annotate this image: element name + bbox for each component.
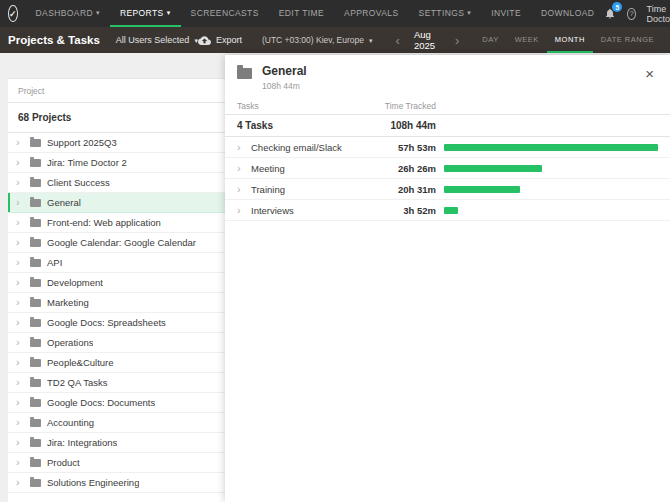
- drawer-header: General 108h 44m ×: [225, 55, 670, 97]
- notifications-button[interactable]: 5: [604, 7, 616, 20]
- nav-item-label: EDIT TIME: [279, 8, 324, 18]
- folder-icon: [30, 239, 41, 247]
- date-label: Aug 2025: [407, 29, 448, 51]
- nav-item[interactable]: DOWNLOAD: [531, 0, 604, 27]
- chevron-down-icon: ▾: [369, 37, 373, 44]
- project-row[interactable]: › API: [8, 253, 229, 273]
- expand-chevron-icon[interactable]: ›: [237, 205, 245, 216]
- nav-item-label: DASHBOARD: [36, 8, 93, 18]
- next-month-button[interactable]: ›: [448, 33, 466, 48]
- view-toggle[interactable]: MONTH: [547, 27, 593, 53]
- nav-item[interactable]: DASHBOARD ▾: [26, 0, 110, 27]
- task-bar: [444, 144, 658, 151]
- expand-chevron-icon[interactable]: ›: [16, 477, 24, 488]
- time-doctor-logo-icon[interactable]: ✓: [8, 5, 18, 22]
- project-row[interactable]: › TD2 QA Tasks: [8, 373, 229, 393]
- project-row[interactable]: › Development: [8, 273, 229, 293]
- folder-icon: [30, 459, 41, 467]
- project-label: General: [47, 197, 81, 208]
- task-row[interactable]: › Checking email/Slack 57h 53m: [225, 137, 670, 158]
- project-row[interactable]: › Front-end: Web application: [8, 213, 229, 233]
- nav-item-label: INVITE: [491, 8, 521, 18]
- nav-item[interactable]: APPROVALS: [334, 0, 408, 27]
- expand-chevron-icon[interactable]: ›: [237, 184, 245, 195]
- chevron-down-icon: ▾: [467, 9, 471, 16]
- folder-icon: [30, 139, 41, 147]
- expand-chevron-icon[interactable]: ›: [16, 197, 24, 208]
- projects-count-row: 68 Projects: [8, 103, 229, 133]
- prev-month-button[interactable]: ‹: [389, 33, 407, 48]
- nav-item[interactable]: REPORTS ▾: [110, 0, 181, 27]
- view-toggle[interactable]: DAY: [474, 27, 506, 53]
- view-toggle[interactable]: WEEK: [507, 27, 547, 53]
- project-row[interactable]: › Operations: [8, 333, 229, 353]
- task-row[interactable]: › Training 20h 31m: [225, 179, 670, 200]
- project-row[interactable]: › Product: [8, 453, 229, 473]
- expand-chevron-icon[interactable]: ›: [16, 357, 24, 368]
- project-row[interactable]: › General: [8, 193, 229, 213]
- company-name: Time Doctor: [647, 4, 670, 24]
- nav-item[interactable]: SETTINGS ▾: [409, 0, 482, 27]
- view-toggle[interactable]: DATE RANGE: [593, 27, 662, 53]
- project-row[interactable]: › People&Culture: [8, 353, 229, 373]
- project-label: Jira: Integrations: [47, 437, 117, 448]
- project-row[interactable]: › Support 2025Q3: [8, 133, 229, 153]
- project-row[interactable]: › Client Success: [8, 173, 229, 193]
- project-row[interactable]: › Google Docs: Documents: [8, 393, 229, 413]
- task-row[interactable]: › Interviews 3h 52m: [225, 200, 670, 221]
- folder-icon: [30, 259, 41, 267]
- project-row[interactable]: › Google Docs: Spreadsheets: [8, 313, 229, 333]
- expand-chevron-icon[interactable]: ›: [16, 217, 24, 228]
- expand-chevron-icon[interactable]: ›: [16, 237, 24, 248]
- expand-chevron-icon[interactable]: ›: [16, 277, 24, 288]
- timezone-dropdown[interactable]: (UTC +03:00) Kiev, Europe ▾: [262, 27, 373, 53]
- project-label: People&Culture: [47, 357, 114, 368]
- nav-item[interactable]: INVITE: [481, 0, 531, 27]
- view-toggle-group: DAYWEEKMONTHDATE RANGE: [474, 27, 662, 53]
- tasks-column-label: Tasks: [237, 101, 372, 111]
- project-row[interactable]: › Marketing: [8, 293, 229, 313]
- nav-item[interactable]: EDIT TIME: [269, 0, 334, 27]
- project-row[interactable]: › Accounting: [8, 413, 229, 433]
- project-row[interactable]: › Jira: Time Doctor 2: [8, 153, 229, 173]
- nav-item[interactable]: SCREENCASTS: [181, 0, 269, 27]
- expand-chevron-icon[interactable]: ›: [16, 337, 24, 348]
- close-icon[interactable]: ×: [641, 64, 658, 83]
- drawer-total-time: 108h 44m: [262, 81, 307, 91]
- users-filter-dropdown[interactable]: All Users Selected ▾: [116, 27, 198, 53]
- folder-icon: [30, 419, 41, 427]
- expand-chevron-icon[interactable]: ›: [16, 457, 24, 468]
- expand-chevron-icon[interactable]: ›: [16, 297, 24, 308]
- projects-count-label: 68 Projects: [18, 112, 71, 123]
- task-bar: [444, 186, 520, 193]
- tasks-summary-row: 4 Tasks 108h 44m: [225, 115, 670, 137]
- expand-chevron-icon[interactable]: ›: [16, 377, 24, 388]
- expand-chevron-icon[interactable]: ›: [16, 177, 24, 188]
- expand-chevron-icon[interactable]: ›: [16, 397, 24, 408]
- nav-item-label: SETTINGS: [419, 8, 465, 18]
- expand-chevron-icon[interactable]: ›: [16, 157, 24, 168]
- drawer-title: General: [262, 64, 307, 78]
- export-button[interactable]: Export: [198, 27, 242, 53]
- expand-chevron-icon[interactable]: ›: [16, 437, 24, 448]
- expand-chevron-icon[interactable]: ›: [16, 137, 24, 148]
- projects-panel: Project 68 Projects › Support 2025Q3 › J…: [8, 78, 229, 502]
- project-label: Jira: Time Doctor 2: [47, 157, 127, 168]
- tasks-table-header: Tasks Time Tracked: [225, 97, 670, 115]
- expand-chevron-icon[interactable]: ›: [16, 417, 24, 428]
- expand-chevron-icon[interactable]: ›: [237, 142, 245, 153]
- task-label: Meeting: [251, 163, 285, 174]
- time-tracked-column-label: Time Tracked: [372, 101, 436, 111]
- folder-icon: [237, 68, 252, 79]
- project-row[interactable]: › Google Calendar: Google Calendar: [8, 233, 229, 253]
- expand-chevron-icon[interactable]: ›: [237, 163, 245, 174]
- task-row[interactable]: › Meeting 26h 26m: [225, 158, 670, 179]
- project-row[interactable]: › Jira: Integrations: [8, 433, 229, 453]
- expand-chevron-icon[interactable]: ›: [16, 257, 24, 268]
- expand-chevron-icon[interactable]: ›: [16, 317, 24, 328]
- project-row[interactable]: › Solutions Engineering: [8, 473, 229, 493]
- task-time: 3h 52m: [372, 205, 436, 216]
- project-label: Client Success: [47, 177, 110, 188]
- project-label: Solutions Engineering: [47, 477, 139, 488]
- help-icon[interactable]: ?: [627, 8, 635, 20]
